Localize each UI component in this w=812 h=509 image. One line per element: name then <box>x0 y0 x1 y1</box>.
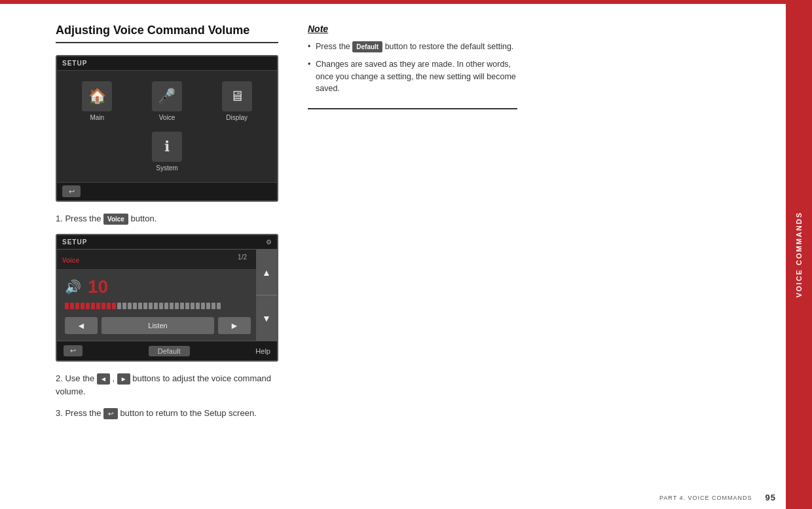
step1-before: 1. Press the <box>56 214 103 223</box>
menu-item-main: 🏠 Main <box>74 81 120 121</box>
dot-2 <box>70 303 74 309</box>
voice-screen-setup-label: SETUP <box>62 238 87 246</box>
decrease-button[interactable]: ◄ <box>65 317 98 334</box>
default-badge: Default <box>352 41 382 52</box>
display-label: Display <box>226 114 248 121</box>
increase-button[interactable]: ► <box>218 317 251 334</box>
voice-screen-content: Voice 1/2 🔊 10 <box>57 250 277 341</box>
voice-screen-body: 🔊 10 <box>57 270 277 341</box>
dot-3 <box>75 303 79 309</box>
setup-screen-1: SETUP 🏠 Main 🎤 Voice 🖥 Display ℹ System <box>56 55 278 202</box>
dot-7 <box>96 303 100 309</box>
scroll-buttons: ▲ ▼ <box>256 250 277 341</box>
step3-text: 3. Press the ↩ button to return to the S… <box>56 407 275 420</box>
voice-screen-top: SETUP ⚙ <box>57 235 277 250</box>
right-arrow-icon: ► <box>117 373 130 385</box>
dot-empty-5 <box>138 303 142 309</box>
right-column: Note Press the Default button to restore… <box>295 4 524 509</box>
step3-before: 3. Press the <box>56 408 103 418</box>
display-icon: 🖥 <box>222 81 252 111</box>
control-row: ◄ Listen ► <box>65 317 251 334</box>
dot-empty-18 <box>206 303 210 309</box>
left-arrow-icon: ◄ <box>97 373 110 385</box>
voice-badge: Voice <box>103 214 128 225</box>
dot-5 <box>86 303 90 309</box>
voice-screen: SETUP ⚙ Voice 1/2 🔊 10 <box>56 234 278 362</box>
voice-screen-bottom: ↩ Default Help <box>57 341 277 360</box>
left-column: Adjusting Voice Command Volume SETUP 🏠 M… <box>0 4 295 509</box>
dot-empty-7 <box>149 303 153 309</box>
screen1-label: SETUP <box>62 60 87 67</box>
step2-text: 2. Use the ◄ , ► buttons to adjust the v… <box>56 372 275 398</box>
scroll-up-button[interactable]: ▲ <box>256 250 277 295</box>
system-label: System <box>156 164 177 172</box>
voice-screen-icon: ⚙ <box>266 238 272 246</box>
step1-text: 1. Press the Voice button. <box>56 212 275 225</box>
dot-empty-15 <box>191 303 194 309</box>
screen1-bottom-bar: ↩ <box>57 182 277 200</box>
step1-after: button. <box>131 214 157 223</box>
section-title: Adjusting Voice Command Volume <box>56 24 278 43</box>
menu-item-voice: 🎤 Voice <box>144 81 190 121</box>
dot-empty-19 <box>212 303 215 309</box>
system-icon: ℹ <box>152 132 182 162</box>
dot-empty-20 <box>217 303 221 309</box>
dot-empty-12 <box>175 303 179 309</box>
voice-tab-label: Voice <box>62 257 79 264</box>
voice-page-indicator: 1/2 <box>238 254 247 261</box>
menu-item-display: 🖥 Display <box>214 81 260 121</box>
dot-empty-11 <box>170 303 174 309</box>
listen-button[interactable]: Listen <box>101 317 214 334</box>
footer: PART 4. VOICE COMMANDS 95 <box>659 493 776 502</box>
dot-empty-13 <box>180 303 184 309</box>
main-content: Adjusting Voice Command Volume SETUP 🏠 M… <box>0 4 786 509</box>
screen2-back-btn[interactable]: ↩ <box>64 345 83 356</box>
dot-empty-6 <box>143 303 147 309</box>
screen1-body: 🏠 Main 🎤 Voice 🖥 Display ℹ System <box>57 71 277 182</box>
dot-empty-9 <box>159 303 163 309</box>
return-icon: ↩ <box>103 408 118 419</box>
side-tab-label: VOICE COMMANDS <box>795 212 803 297</box>
dot-10 <box>112 303 116 309</box>
dot-1 <box>65 303 69 309</box>
main-label: Main <box>90 114 104 121</box>
dot-empty-4 <box>133 303 137 309</box>
dot-empty-14 <box>185 303 189 309</box>
step2-comma: , <box>112 373 117 383</box>
dot-empty-3 <box>128 303 132 309</box>
volume-speaker-icon: 🔊 <box>65 279 81 295</box>
dot-6 <box>91 303 95 309</box>
step2-before: 2. Use the <box>56 373 97 383</box>
note-list: Press the Default button to restore the … <box>308 41 517 95</box>
voice-icon: 🎤 <box>152 81 182 111</box>
screen1-back-btn: ↩ <box>62 185 81 197</box>
note-item-2: Changes are saved as they are made. In o… <box>308 58 517 95</box>
screen2-default-btn[interactable]: Default <box>149 346 190 356</box>
side-tab: VOICE COMMANDS <box>786 0 812 509</box>
screen1-top-bar: SETUP <box>57 56 277 71</box>
dot-empty-1 <box>117 303 121 309</box>
note-item-1: Press the Default button to restore the … <box>308 41 517 53</box>
volume-bar <box>65 303 251 309</box>
voice-label: Voice <box>159 114 175 121</box>
note-section: Note Press the Default button to restore… <box>308 24 517 109</box>
menu-item-system: ℹ System <box>144 132 190 172</box>
dot-8 <box>101 303 105 309</box>
screen2-help-btn[interactable]: Help <box>255 347 270 355</box>
dot-empty-2 <box>122 303 126 309</box>
dot-empty-8 <box>154 303 158 309</box>
step3-after: button to return to the Setup screen. <box>120 408 257 418</box>
dot-9 <box>107 303 111 309</box>
volume-row: 🔊 10 <box>65 276 251 297</box>
volume-number: 10 <box>88 276 108 297</box>
scroll-down-button[interactable]: ▼ <box>256 295 277 341</box>
dot-empty-17 <box>201 303 205 309</box>
dot-empty-16 <box>196 303 200 309</box>
main-icon: 🏠 <box>82 81 112 111</box>
note-title: Note <box>308 24 517 34</box>
dot-empty-10 <box>164 303 168 309</box>
footer-page-number: 95 <box>766 493 776 502</box>
dot-4 <box>81 303 84 309</box>
voice-tab-row: Voice 1/2 <box>57 250 277 270</box>
footer-part-text: PART 4. VOICE COMMANDS <box>659 495 752 501</box>
